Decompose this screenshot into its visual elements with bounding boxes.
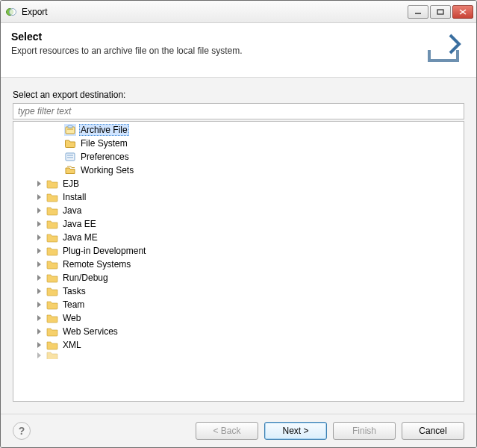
folder-icon (46, 299, 58, 311)
tree-category[interactable]: Java (13, 204, 464, 217)
window-controls (408, 5, 473, 19)
expander-icon[interactable] (34, 232, 45, 243)
back-button[interactable]: < Back (196, 422, 258, 440)
close-button[interactable] (452, 5, 473, 19)
next-button[interactable]: Next > (264, 422, 327, 440)
expander-icon[interactable] (34, 340, 45, 350)
tree-category[interactable]: Team (13, 298, 464, 311)
cancel-button[interactable]: Cancel (402, 422, 464, 440)
folder-icon (46, 352, 58, 359)
tree-category-label: Install (61, 192, 87, 202)
expander-icon[interactable] (34, 299, 45, 310)
folder-icon (46, 285, 58, 297)
tree-category-label: Remote Systems (61, 259, 132, 270)
folder-icon (46, 231, 58, 243)
expander-icon[interactable] (34, 205, 45, 216)
tree-item-label: Working Sets (79, 165, 135, 175)
tree-category-label: Plug-in Development (61, 246, 147, 256)
tree-category[interactable] (13, 352, 464, 359)
tree-category[interactable]: Tasks (13, 284, 464, 298)
wizard-header: Select Export resources to an archive fi… (1, 23, 476, 78)
filter-input[interactable] (13, 103, 464, 119)
folder-icon (46, 326, 58, 337)
svg-rect-3 (437, 10, 443, 14)
help-button[interactable]: ? (13, 422, 31, 440)
maximize-button[interactable] (430, 5, 451, 19)
tree-item[interactable]: Archive File (13, 123, 464, 137)
wizard-body: Select an export destination: Archive Fi… (1, 78, 476, 414)
tree-category[interactable]: XML (13, 338, 464, 352)
svg-rect-7 (68, 125, 72, 128)
svg-rect-9 (66, 153, 75, 161)
tree-category-label: Tasks (61, 286, 87, 296)
folder-icon (46, 191, 58, 203)
folder-small-icon (64, 137, 76, 149)
expander-icon[interactable] (34, 313, 45, 323)
preferences-icon (64, 151, 76, 163)
tree-category-label: Java EE (61, 219, 98, 229)
folder-icon (46, 245, 58, 257)
expander-icon[interactable] (34, 219, 45, 229)
tree-category[interactable]: Java EE (13, 217, 464, 231)
tree-category[interactable]: Java ME (13, 231, 464, 244)
expander-icon[interactable] (34, 352, 45, 359)
folder-icon (46, 178, 58, 190)
destination-tree-scroll[interactable]: Archive FileFile SystemPreferencesWorkin… (13, 122, 464, 401)
expander-icon[interactable] (34, 192, 45, 202)
folder-icon (46, 258, 58, 270)
expander-icon[interactable] (34, 259, 45, 270)
working-sets-icon (64, 164, 76, 176)
folder-icon (46, 218, 58, 230)
button-bar: ? < Back Next > Finish Cancel (1, 414, 476, 447)
expander-icon[interactable] (34, 326, 45, 337)
tree-category[interactable]: Web Services (13, 325, 464, 338)
tree-category[interactable]: Plug-in Development (13, 244, 464, 258)
folder-icon (46, 272, 58, 284)
tree-item-label: Preferences (79, 152, 131, 162)
expander-icon[interactable] (34, 273, 45, 283)
tree-category[interactable]: Install (13, 190, 464, 204)
tree-category-label: Web (61, 313, 82, 323)
app-icon (5, 6, 17, 18)
tree-item[interactable]: Preferences (13, 150, 464, 164)
tree-category[interactable]: Web (13, 311, 464, 325)
expander-icon[interactable] (34, 178, 45, 189)
tree-item-label: Archive File (79, 124, 129, 136)
destination-label: Select an export destination: (13, 90, 464, 100)
tree-item-label: File System (79, 138, 129, 149)
tree-category-label: XML (61, 340, 83, 350)
minimize-button[interactable] (408, 5, 428, 19)
tree-item[interactable]: Working Sets (13, 164, 464, 177)
tree-category[interactable]: Remote Systems (13, 258, 464, 271)
tree-item[interactable]: File System (13, 137, 464, 150)
tree-category-label: Java (61, 205, 83, 216)
page-subtitle: Export resources to an archive file on t… (11, 46, 423, 56)
tree-category-label: Team (61, 299, 86, 310)
titlebar: Export (1, 1, 476, 23)
svg-point-1 (10, 8, 16, 15)
tree-category-label: EJB (61, 178, 81, 189)
export-wizard-window: Export Select Export resources to an arc… (0, 0, 477, 448)
expander-icon[interactable] (34, 246, 45, 256)
tree-category[interactable]: Run/Debug (13, 271, 464, 284)
page-title: Select (11, 31, 423, 43)
finish-button[interactable]: Finish (333, 422, 396, 440)
folder-icon (46, 339, 58, 351)
archive-file-icon (64, 124, 76, 136)
tree-category-label: Web Services (61, 326, 119, 337)
window-title: Export (22, 7, 408, 17)
tree-category-label: Run/Debug (61, 273, 110, 283)
export-icon (423, 31, 464, 66)
destination-tree: Archive FileFile SystemPreferencesWorkin… (13, 121, 464, 402)
expander-icon[interactable] (34, 286, 45, 296)
folder-icon (46, 312, 58, 324)
tree-category[interactable]: EJB (13, 177, 464, 190)
tree-category-label: Java ME (61, 232, 99, 243)
folder-icon (46, 205, 58, 217)
